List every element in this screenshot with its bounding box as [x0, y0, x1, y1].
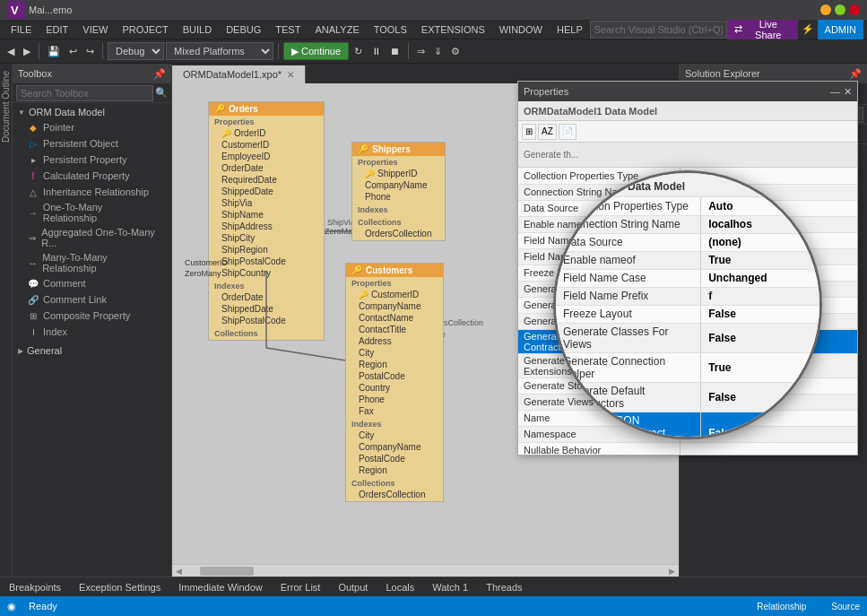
customers-properties-section: Properties 🔑CustomerID CompanyName Conta… [346, 277, 443, 418]
admin-button[interactable]: ADMIN [818, 20, 863, 39]
debug-config-dropdown[interactable]: Debug [108, 42, 164, 60]
toolbar-save-button[interactable]: 💾 [44, 41, 64, 61]
props-property-pages-button[interactable]: 📄 [559, 124, 577, 140]
tab-exception-settings[interactable]: Exception Settings [70, 578, 169, 596]
menu-view[interactable]: VIEW [75, 22, 115, 37]
menu-project[interactable]: PROJECT [115, 22, 175, 37]
design-tab-orm[interactable]: ORMDataModel1.xpo* ✕ [172, 65, 306, 83]
magnified-row[interactable]: Generate Classes For ViewsFalse [556, 323, 819, 352]
properties-panel-header: Properties — ✕ [518, 82, 857, 101]
tab-locals[interactable]: Locals [377, 578, 423, 596]
orders-field-shipcountry: ShipCountry [209, 267, 324, 279]
magnified-row[interactable]: Freeze LayoutFalse [556, 305, 819, 323]
menu-help[interactable]: HELP [550, 22, 590, 37]
continue-button[interactable]: ▶ Continue [283, 42, 349, 60]
design-scrollbar[interactable]: ◀ ▶ [172, 564, 679, 577]
toolbox-section-header-general[interactable]: ▶ General [13, 343, 171, 358]
minimize-button[interactable] [820, 4, 831, 15]
menu-extensions[interactable]: EXTENSIONS [414, 22, 492, 37]
close-tab-icon[interactable]: ✕ [287, 70, 294, 80]
properties-row[interactable]: Nullable Behavior [518, 442, 857, 455]
properties-minimize-icon[interactable]: — [830, 86, 840, 98]
menu-debug[interactable]: DEBUG [219, 22, 268, 37]
magnified-row[interactable]: Field Name Prefixf [556, 287, 819, 305]
toolbar-pause-button[interactable]: ⏸ [368, 41, 385, 61]
scroll-thumb[interactable] [200, 567, 254, 576]
tab-error-list[interactable]: Error List [272, 578, 330, 596]
tab-output[interactable]: Output [329, 578, 377, 596]
magnified-row[interactable]: Generate Connection HelperTrue [556, 352, 819, 382]
platform-dropdown[interactable]: Mixed Platforms [166, 42, 273, 60]
toolbox-item-comment-link[interactable]: 🔗Comment Link [13, 291, 171, 308]
toolbox-section-header-orm[interactable]: ▼ ORM Data Model [13, 105, 171, 119]
toolbar-step-into-button[interactable]: ⇓ [430, 41, 446, 61]
props-sort-alphabetical-button[interactable]: AZ [538, 124, 557, 140]
toolbox-item-composite-property[interactable]: ⊞Composite Property [13, 308, 171, 324]
toolbox-item-inheritance[interactable]: △Inheritance Relationship [13, 184, 171, 200]
magnified-row[interactable]: Connection String Namelocalhos [556, 215, 819, 233]
magnified-row[interactable]: Generate JSON Serialization Contract Res… [556, 412, 819, 437]
menu-window[interactable]: WINDOW [492, 22, 550, 37]
toolbar-back-button[interactable]: ◀ [4, 41, 18, 61]
menu-tools[interactable]: TOOLS [367, 22, 414, 37]
orders-index-shippeddate: ShippedDate [209, 303, 324, 315]
shippers-properties-label: Properties [352, 157, 445, 168]
menu-analyze[interactable]: ANALYZE [308, 22, 366, 37]
shippers-field-orderscollection: OrdersCollection [352, 228, 445, 239]
magnified-row[interactable]: Field Name CaseUnchanged [556, 269, 819, 287]
customers-field-contactname: ContactName [346, 312, 443, 324]
menu-test[interactable]: TEST [268, 22, 308, 37]
toolbar-redo-button[interactable]: ↪ [82, 41, 98, 61]
scroll-right-icon[interactable]: ▶ [669, 567, 675, 576]
orders-table[interactable]: 🔑 Orders Properties 🔑OrderID CustomerID … [208, 101, 325, 341]
magnified-row[interactable]: Collection Properties TypeAuto [556, 197, 819, 215]
aggregated-icon: ⇒ [27, 231, 38, 244]
live-share-button[interactable]: ⇄ Live Share [727, 20, 798, 39]
solution-pin-icon[interactable]: 📌 [849, 68, 862, 80]
toolbox-item-one-to-many[interactable]: →One-To-Many Relationship [13, 200, 171, 225]
magnified-row[interactable]: Enable nameofTrue [556, 251, 819, 269]
toolbox-search-input[interactable] [16, 85, 153, 101]
props-sort-by-category-button[interactable]: ⊞ [522, 124, 536, 140]
toolbox-item-pointer[interactable]: ◆Pointer [13, 119, 171, 135]
properties-close-icon[interactable]: ✕ [844, 86, 852, 98]
toolbox-item-many-to-many[interactable]: ↔Many-To-Many Relationship [13, 250, 171, 275]
customers-properties-label: Properties [346, 278, 443, 289]
tab-watch1[interactable]: Watch 1 [423, 578, 477, 596]
shippers-key-icon: 🔑 [358, 144, 368, 154]
toolbox-item-persistent-property[interactable]: ▸Persistent Property [13, 152, 171, 168]
vs-search-input[interactable] [590, 21, 727, 39]
scroll-left-icon[interactable]: ◀ [176, 567, 182, 576]
magnified-properties-table: Collection Properties TypeAutoConnection… [556, 197, 819, 437]
toolbox-item-aggregated[interactable]: ⇒Aggregated One-To-Many R... [13, 225, 171, 250]
toolbox-item-index[interactable]: ⅠIndex [13, 324, 171, 340]
toolbar-undo-button[interactable]: ↩ [65, 41, 81, 61]
collapse-icon: ▼ [18, 108, 25, 117]
magnified-row[interactable]: Data Source(none) [556, 233, 819, 251]
menu-build[interactable]: BUILD [176, 22, 219, 37]
magnified-row[interactable]: Generate Default ConstructorsFalse [556, 382, 819, 412]
toolbox-pin-icon[interactable]: 📌 [153, 68, 166, 80]
toolbar-forward-button[interactable]: ▶ [20, 41, 34, 61]
close-button[interactable] [849, 4, 860, 15]
status-ready[interactable]: Ready [23, 601, 63, 612]
maximize-button[interactable] [835, 4, 845, 15]
customers-field-city: City [346, 347, 443, 359]
orders-field-shipcity: ShipCity [209, 232, 324, 244]
tab-breakpoints[interactable]: Breakpoints [0, 578, 70, 596]
customers-table[interactable]: 🔑 Customers Properties 🔑CustomerID Compa… [345, 263, 444, 502]
toolbar-step-over-button[interactable]: ⇒ [413, 41, 429, 61]
menu-edit[interactable]: EDIT [39, 22, 75, 37]
toolbar-separator-3 [278, 43, 279, 59]
tab-threads[interactable]: Threads [477, 578, 531, 596]
toolbar-stop-button[interactable]: ⏹ [386, 41, 403, 61]
menu-file[interactable]: FILE [4, 22, 39, 37]
many-to-many-icon: ↔ [27, 256, 39, 269]
toolbar-refresh-button[interactable]: ↻ [351, 41, 366, 61]
toolbar-settings-button[interactable]: ⚙ [447, 41, 464, 61]
toolbox-item-comment[interactable]: 💬Comment [13, 275, 171, 291]
toolbox-item-calculated-property[interactable]: fCalculated Property [13, 168, 171, 184]
tab-immediate-window[interactable]: Immediate Window [169, 578, 272, 596]
toolbox-item-persistent-object[interactable]: ▷Persistent Object [13, 135, 171, 152]
shippers-table[interactable]: 🔑 Shippers Properties 🔑ShipperID Company… [351, 142, 446, 241]
